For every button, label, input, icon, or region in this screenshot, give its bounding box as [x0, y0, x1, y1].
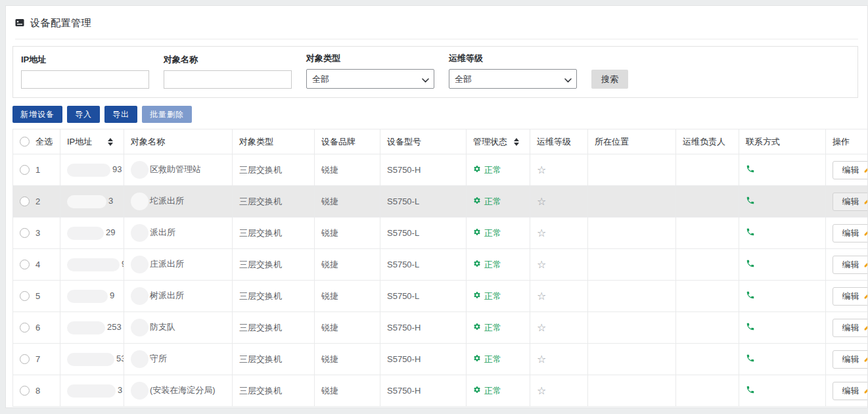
location-cell	[588, 375, 676, 407]
status-cell: 正常	[467, 218, 530, 249]
brand-cell: 锐捷	[315, 186, 380, 218]
owner-cell	[676, 281, 739, 312]
star-outline-icon[interactable]: ☆	[537, 259, 546, 270]
star-outline-icon[interactable]: ☆	[537, 196, 546, 207]
title-divider	[15, 39, 858, 39]
location-cell	[588, 154, 676, 186]
phone-icon[interactable]	[746, 323, 755, 333]
action-cell: 编辑	[826, 281, 868, 312]
phone-icon[interactable]	[746, 166, 755, 175]
contact-cell	[739, 312, 826, 344]
model-cell: S5750-H	[380, 344, 467, 375]
batch-delete-button[interactable]: 批量删除	[142, 106, 192, 123]
star-outline-icon[interactable]: ☆	[537, 290, 546, 302]
status-text: 正常	[484, 354, 501, 365]
device-icon	[15, 18, 24, 29]
name-redacted-blob	[131, 256, 148, 273]
object-name: 树派出所	[150, 290, 184, 300]
ip-cell: 3	[60, 375, 124, 407]
page-header: 设备配置管理	[6, 6, 867, 39]
row-checkbox[interactable]	[20, 196, 30, 206]
gear-icon	[473, 323, 481, 333]
status-text: 正常	[484, 259, 501, 271]
row-checkbox[interactable]	[20, 228, 30, 238]
ip-suffix: 3	[108, 196, 113, 206]
toolbar: 新增设备 导入 导出 批量删除	[12, 106, 867, 123]
row-checkbox[interactable]	[20, 260, 30, 269]
ip-redacted-blob	[67, 353, 114, 366]
phone-icon[interactable]	[746, 355, 755, 365]
ip-suffix: 9	[122, 259, 124, 269]
status-cell: 正常	[467, 249, 530, 281]
ip-cell: 53	[60, 344, 124, 375]
level-cell: ☆	[530, 186, 588, 218]
edit-button[interactable]: 编辑	[833, 161, 868, 179]
gear-icon	[473, 165, 481, 175]
ip-suffix: 9	[110, 290, 114, 300]
import-button[interactable]: 导入	[67, 106, 100, 123]
table-row: 4 9 庄派出所 三层交换机 锐捷 S5750-L 正常 ☆	[13, 249, 868, 281]
ip-redacted-blob	[67, 195, 106, 208]
sort-icon[interactable]	[108, 138, 113, 146]
filter-field-type: 对象类型 全部	[306, 53, 434, 89]
edit-button[interactable]: 编辑	[833, 319, 868, 337]
star-outline-icon[interactable]: ☆	[537, 354, 546, 365]
object-type-select[interactable]: 全部	[306, 69, 434, 89]
row-checkbox[interactable]	[20, 354, 30, 364]
col-ip[interactable]: IP地址	[60, 129, 124, 154]
sort-icon[interactable]	[514, 138, 519, 146]
table-row: 5 9 树派出所 三层交换机 锐捷 S5750-L 正常 ☆	[13, 281, 868, 312]
phone-icon[interactable]	[746, 260, 755, 270]
edit-button-label: 编辑	[842, 227, 859, 239]
search-button[interactable]: 搜索	[591, 70, 628, 89]
object-name: 区救助管理站	[150, 164, 201, 174]
edit-button[interactable]: 编辑	[833, 350, 868, 369]
phone-icon[interactable]	[746, 229, 755, 239]
object-name: 派出所	[150, 227, 175, 237]
phone-icon[interactable]	[746, 197, 755, 207]
star-outline-icon[interactable]: ☆	[537, 385, 546, 396]
action-cell: 编辑	[826, 344, 868, 375]
object-name: 防支队	[150, 322, 175, 332]
ip-redacted-blob	[67, 258, 120, 271]
edit-button[interactable]: 编辑	[833, 382, 868, 400]
maintenance-level-select[interactable]: 全部	[449, 69, 577, 89]
star-outline-icon[interactable]: ☆	[537, 322, 546, 333]
brand-cell: 锐捷	[315, 281, 380, 312]
row-checkbox[interactable]	[20, 323, 30, 333]
table-body: 1 93 区救助管理站 三层交换机 锐捷 S5750-H 正常 ☆	[13, 154, 868, 407]
object-name-cell: 坨派出所	[124, 186, 233, 218]
add-device-button[interactable]: 新增设备	[12, 106, 62, 123]
edit-button[interactable]: 编辑	[833, 193, 868, 211]
ip-redacted-blob	[67, 321, 105, 334]
row-checkbox[interactable]	[20, 291, 30, 301]
phone-icon[interactable]	[746, 292, 755, 302]
object-type-cell: 三层交换机	[233, 218, 315, 249]
ip-input[interactable]	[21, 70, 149, 89]
pencil-icon	[863, 196, 868, 207]
status-cell: 正常	[467, 375, 530, 407]
edit-button-label: 编辑	[842, 322, 859, 334]
star-outline-icon[interactable]: ☆	[537, 164, 546, 175]
contact-cell	[739, 344, 826, 375]
location-cell	[588, 249, 676, 281]
row-checkbox[interactable]	[20, 165, 30, 175]
table-row: 6 253 防支队 三层交换机 锐捷 S5750-H 正常 ☆	[13, 312, 868, 344]
edit-button[interactable]: 编辑	[833, 256, 868, 274]
object-name-input[interactable]	[164, 70, 292, 89]
export-button[interactable]: 导出	[104, 106, 137, 123]
edit-button[interactable]: 编辑	[833, 224, 868, 242]
star-outline-icon[interactable]: ☆	[537, 227, 546, 239]
level-cell: ☆	[530, 218, 588, 249]
phone-icon[interactable]	[746, 386, 755, 396]
contact-cell	[739, 186, 826, 218]
select-all-checkbox[interactable]	[20, 137, 30, 147]
gear-icon	[473, 291, 481, 301]
row-index: 2	[35, 196, 40, 206]
edit-button[interactable]: 编辑	[833, 287, 868, 306]
col-status[interactable]: 管理状态	[467, 129, 530, 154]
object-name: 庄派出所	[150, 259, 184, 269]
row-checkbox[interactable]	[20, 386, 30, 396]
ip-cell: 3	[60, 186, 124, 218]
filter-panel: IP地址 对象名称 对象类型 全部 运维等级 全部	[12, 46, 858, 98]
